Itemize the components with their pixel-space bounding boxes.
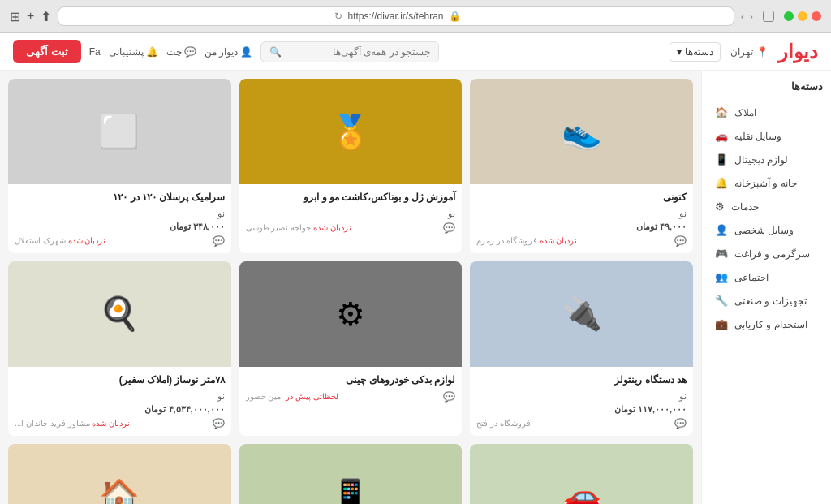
card-image-inner: 🔌 (470, 261, 693, 367)
card-image: 🔌 (470, 261, 693, 367)
nav-language[interactable]: Fa (89, 46, 101, 58)
post-ad-button[interactable]: ثبت آگهی (13, 40, 81, 63)
sidebar-item-icon: ⚙ (715, 200, 725, 213)
card-image-inner: 🚗 (470, 444, 693, 504)
card-title: کتونی (476, 191, 687, 205)
comment-icon: 💬 (674, 235, 687, 247)
location-prefix: لحظاتی پیش در (283, 392, 338, 401)
dot-green[interactable] (784, 11, 794, 21)
listing-card[interactable]: 🍳 ۷۸متر نوساز (املاک سفیر) نو ۴,۵۳۴,۰۰۰,… (8, 261, 231, 436)
sidebar-items: املاک 🏠 وسایل نقلیه 🚗 لوازم دیجیتال 📱 خا… (710, 101, 823, 336)
forward-button[interactable]: › (741, 10, 745, 23)
location-text: فروشگاه در فتح (476, 419, 531, 428)
sidebar-item-icon: 🎮 (715, 248, 728, 260)
sidebar-item-icon: 🔧 (715, 295, 728, 307)
site-logo[interactable]: دیوار (778, 41, 818, 63)
card-title: ۷۸متر نوساز (املاک سفیر) (15, 373, 225, 387)
listings-grid: 👟 کتونی نو ۴۹,۰۰۰ تومان 💬 نردبان شده فرو… (8, 79, 693, 504)
card-location: لحظاتی پیش در امین حضور (246, 392, 338, 401)
card-footer: 💬 نردبان شده شهرک استقلال (15, 235, 225, 247)
location-selector[interactable]: 📍 تهران (730, 46, 769, 58)
search-input[interactable] (282, 46, 430, 58)
card-body: لوازم بدکی خودروهای چینی 💬 لحظاتی پیش در… (239, 367, 463, 409)
sidebar-item[interactable]: املاک 🏠 (710, 101, 823, 124)
browser-dots (784, 11, 821, 21)
back-button[interactable]: ‹ (749, 10, 753, 23)
content-area: 👟 کتونی نو ۴۹,۰۰۰ تومان 💬 نردبان شده فرو… (0, 71, 701, 504)
listing-card[interactable]: 👟 کتونی نو ۴۹,۰۰۰ تومان 💬 نردبان شده فرو… (470, 79, 693, 253)
share-icon[interactable]: ⬆ (41, 9, 51, 24)
sidebar-item[interactable]: وسایل نقلیه 🚗 (710, 124, 823, 148)
card-location: فروشگاه در فتح (476, 419, 531, 428)
nav-support[interactable]: 🔔 پشتیبانی (109, 46, 158, 58)
chat-label: چت (166, 46, 182, 58)
sidebar-item[interactable]: استخدام و کاریابی 💼 (710, 312, 823, 336)
location-prefix: نردبان شده (537, 236, 578, 245)
card-price: نو (15, 209, 225, 219)
sidebar: دسته‌ها املاک 🏠 وسایل نقلیه 🚗 لوازم دیجی… (701, 71, 831, 504)
card-amount: ۴,۵۳۴,۰۰۰,۰۰۰ تومان (15, 404, 225, 415)
dot-yellow[interactable] (798, 11, 807, 21)
card-image-inner: 👟 (470, 79, 693, 184)
card-footer: 💬 فروشگاه در فتح (476, 418, 687, 429)
card-image: ⚙ (239, 261, 463, 367)
address-bar[interactable]: 🔒 https://divar.ir/s/tehran ↻ (58, 6, 734, 26)
card-price: نو (476, 391, 687, 402)
mydivar-label: دیوار من (205, 46, 238, 58)
dot-red[interactable] (812, 11, 821, 21)
listing-card[interactable]: ⬜ سرامیک پرسلان ۱۲۰ در ۱۲۰ نو ۳۴۸,۰۰۰ تو… (8, 79, 231, 253)
card-image: 🏅 (239, 79, 463, 184)
sidebar-item[interactable]: خدمات ⚙ (710, 195, 823, 218)
support-icon: 🔔 (146, 46, 158, 58)
sidebar-item[interactable]: سرگرمی و فراغت 🎮 (710, 242, 823, 265)
location-pin-icon: 📍 (756, 46, 769, 58)
sidebar-item-label: تجهیزات و صنعتی (734, 295, 807, 307)
card-title: سرامیک پرسلان ۱۲۰ در ۱۲۰ (15, 191, 225, 205)
card-image-inner: 🍳 (8, 261, 231, 367)
card-location: نردبان شده خواجه نصیر طوسی (246, 223, 351, 232)
sidebar-item[interactable]: وسایل شخصی 👤 (710, 218, 823, 242)
sidebar-item[interactable]: خانه و آشپزخانه 🔔 (710, 171, 823, 195)
sidebar-item-icon: 👤 (715, 224, 728, 236)
listing-card[interactable]: 🚗 پژو 206 تیپ ۲، مدل ۱۴۰۰ بدون رنگ نو ۴۷… (470, 444, 693, 504)
card-price: نو (246, 209, 456, 219)
header-left: 🔍 👤 دیوار من 💬 چت 🔔 پشتیبانی Fa ثبت آگهی (13, 40, 439, 63)
categories-button[interactable]: دسته‌ها ▾ (670, 42, 721, 62)
listing-card[interactable]: 🏠 ۴۰ متر خوش نقشه مجرد ودیعه: ۸,۰۰۰,۰۰۰,… (8, 444, 231, 504)
listing-card[interactable]: 🔌 هد دستگاه رینتولز نو ۱۱۷,۰۰۰,۰۰۰ تومان… (470, 261, 693, 436)
listing-card[interactable]: 📱 iPhone 13 Pro 128 اپل گیگابایت در حد ن… (239, 444, 463, 504)
sidebar-item[interactable]: تجهیزات و صنعتی 🔧 (710, 289, 823, 312)
listing-card[interactable]: 🏅 آموزش ژل و بوتاکس،کاشت مو و ابرو نو 💬 … (239, 79, 463, 253)
card-title: هد دستگاه رینتولز (476, 373, 687, 387)
sidebar-item-label: املاک (734, 107, 756, 118)
comment-icon: 💬 (213, 418, 225, 429)
add-tab-icon[interactable]: + (27, 9, 34, 24)
nav-links: 👤 دیوار من 💬 چت 🔔 پشتیبانی Fa (89, 46, 252, 58)
sidebar-item-icon: 🔔 (715, 177, 728, 189)
sidebar-item[interactable]: اجتماعی 👥 (710, 265, 823, 289)
nav-mydivar[interactable]: 👤 دیوار من (205, 46, 252, 58)
listing-card[interactable]: ⚙ لوازم بدکی خودروهای چینی 💬 لحظاتی پیش … (239, 261, 463, 436)
chat-icon: 💬 (184, 46, 196, 58)
card-image-inner: ⚙ (239, 261, 463, 367)
location-text: شهرک استقلال (15, 236, 66, 245)
card-image: 🚗 (470, 444, 693, 504)
card-amount: ۳۴۸,۰۰۰ تومان (15, 222, 225, 232)
card-amount: ۴۹,۰۰۰ تومان (476, 222, 687, 232)
card-image-inner: 📱 (239, 444, 463, 504)
card-image-inner: 🏅 (239, 79, 463, 184)
sidebar-item-icon: 👥 (715, 271, 728, 283)
sidebar-item[interactable]: لوازم دیجیتال 📱 (710, 148, 823, 171)
card-image-inner: 🏠 (8, 444, 231, 504)
lock-icon: 🔒 (449, 11, 461, 22)
card-price: نو (476, 209, 687, 219)
card-image: ⬜ (8, 79, 231, 184)
card-title: آموزش ژل و بوتاکس،کاشت مو و ابرو (246, 191, 456, 205)
grid-icon[interactable]: ⊞ (10, 9, 20, 24)
card-footer: 💬 نردبان شده فروشگاه در زمزم (476, 235, 687, 247)
nav-chat[interactable]: 💬 چت (166, 46, 196, 58)
search-icon: 🔍 (269, 46, 282, 58)
sidebar-item-icon: 🏠 (715, 106, 728, 118)
refresh-icon[interactable]: ↻ (334, 11, 342, 22)
comment-icon: 💬 (443, 391, 455, 403)
